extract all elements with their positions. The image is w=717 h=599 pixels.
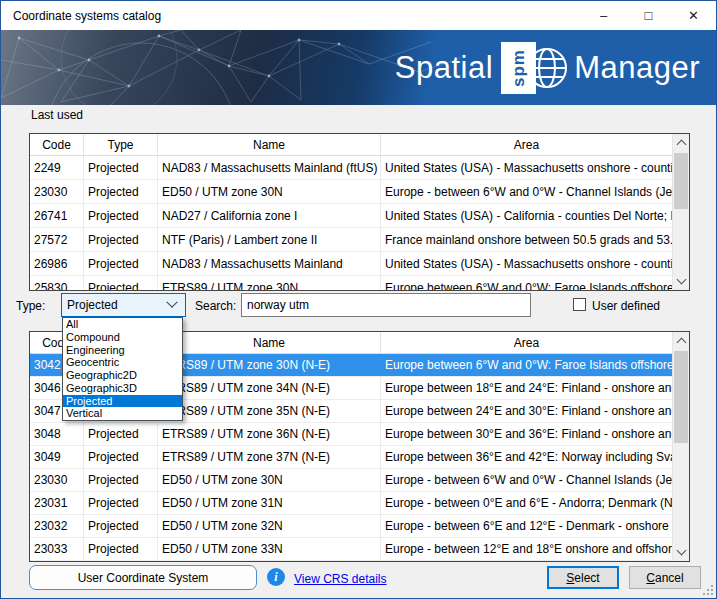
table-row[interactable]: 26741ProjectedNAD27 / California zone IU… — [30, 204, 672, 228]
table-row[interactable]: 27572ProjectedNTF (Paris) / Lambert zone… — [30, 228, 672, 252]
dropdown-option-vertical[interactable]: Vertical — [63, 407, 182, 420]
cell-area: Europe - between 12°E and 18°E onshore a… — [381, 538, 672, 560]
dropdown-option-projected[interactable]: Projected — [63, 395, 182, 408]
cell-type: Projected — [84, 538, 158, 560]
brand-banner: Spatial spm Manager — [1, 30, 716, 105]
cell-name: ED50 / UTM zone 32N — [158, 515, 381, 537]
dropdown-option-geographic3d[interactable]: Geographic3D — [63, 382, 182, 395]
cell-type: Projected — [84, 276, 158, 290]
network-globe-image — [1, 30, 461, 105]
cell-area: Europe between 24°E and 30°E: Finland - … — [381, 400, 672, 422]
cell-area: Europe - between 6°E and 12°E - Denmark … — [381, 515, 672, 537]
user-coordinate-system-button[interactable]: User Coordinate System — [29, 565, 257, 590]
table-row[interactable]: 23033ProjectedED50 / UTM zone 33NEurope … — [30, 538, 672, 561]
table-row[interactable]: 3048ProjectedETRS89 / UTM zone 36N (N-E)… — [30, 423, 672, 446]
maximize-icon[interactable]: □ — [626, 1, 671, 30]
cell-name: ETRS89 / UTM zone 35N (N-E) — [158, 400, 381, 422]
close-icon[interactable]: ✕ — [671, 1, 716, 30]
cell-type: Projected — [84, 446, 158, 468]
cell-area: Europe between 18°E and 24°E: Finland - … — [381, 377, 672, 399]
cell-type: Projected — [84, 228, 158, 251]
scroll-thumb[interactable] — [674, 153, 688, 209]
view-crs-details-link[interactable]: View CRS details — [294, 572, 386, 586]
cell-area: Europe - between 6°W and 0°W - Channel I… — [381, 180, 672, 203]
cell-type: Projected — [84, 156, 158, 179]
column-header-area[interactable]: Area — [381, 332, 672, 353]
table-row[interactable]: 25830ProjectedETRS89 / UTM zone 30NEurop… — [30, 276, 672, 290]
chevron-down-icon — [166, 297, 177, 308]
cell-code: 2249 — [30, 156, 84, 179]
cell-type: Projected — [84, 204, 158, 227]
column-header-type[interactable]: Type — [84, 134, 158, 155]
cancel-button[interactable]: Cancel — [629, 566, 701, 589]
dropdown-option-compound[interactable]: Compound — [63, 331, 182, 344]
globe-icon — [524, 45, 570, 91]
table-row[interactable]: 23032ProjectedED50 / UTM zone 32NEurope … — [30, 515, 672, 538]
type-dropdown[interactable]: Projected — [61, 293, 186, 317]
scroll-up-icon[interactable] — [673, 332, 689, 349]
scroll-up-icon[interactable] — [673, 134, 689, 151]
search-input[interactable] — [241, 293, 531, 317]
scroll-thumb[interactable] — [674, 351, 688, 443]
spatial-manager-logo: Spatial spm Manager — [395, 42, 700, 94]
dropdown-option-all[interactable]: All — [63, 318, 182, 331]
cell-code: 26741 — [30, 204, 84, 227]
table-row[interactable]: 23030ProjectedED50 / UTM zone 30NEurope … — [30, 469, 672, 492]
table-row[interactable]: 23030ProjectedED50 / UTM zone 30NEurope … — [30, 180, 672, 204]
table-row[interactable]: 2249ProjectedNAD83 / Massachusetts Mainl… — [30, 156, 672, 180]
cell-code: 3049 — [30, 446, 84, 468]
cell-area: France mainland onshore between 50.5 gra… — [381, 228, 672, 251]
cell-name: NAD83 / Massachusetts Mainland — [158, 252, 381, 275]
minimize-icon[interactable]: – — [581, 1, 626, 30]
dialog-window: Coordinate systems catalog – □ ✕ — [0, 0, 717, 599]
info-icon: i — [267, 568, 285, 586]
last-used-table-body: CodeTypeNameArea2249ProjectedNAD83 / Mas… — [30, 134, 672, 290]
select-button[interactable]: Select — [547, 566, 619, 589]
cell-type: Projected — [84, 252, 158, 275]
type-dropdown-list: AllCompoundEngineeringGeocentricGeograph… — [62, 317, 183, 421]
dropdown-option-geocentric[interactable]: Geocentric — [63, 356, 182, 369]
table-row[interactable]: 3049ProjectedETRS89 / UTM zone 37N (N-E)… — [30, 446, 672, 469]
cell-name: ETRS89 / UTM zone 34N (N-E) — [158, 377, 381, 399]
cell-name: ETRS89 / UTM zone 30N — [158, 276, 381, 290]
cell-name: NTF (Paris) / Lambert zone II — [158, 228, 381, 251]
cell-code: 3048 — [30, 423, 84, 445]
column-header-name[interactable]: Name — [158, 332, 381, 353]
cell-code: 23031 — [30, 492, 84, 514]
scroll-down-icon[interactable] — [673, 273, 689, 290]
column-header-name[interactable]: Name — [158, 134, 381, 155]
user-defined-checkbox[interactable] — [573, 298, 586, 311]
dropdown-option-engineering[interactable]: Engineering — [63, 344, 182, 357]
last-used-label: Last used — [31, 108, 83, 122]
cell-area: United States (USA) - Massachusetts onsh… — [381, 156, 672, 179]
search-label: Search: — [195, 299, 236, 313]
column-header-code[interactable]: Code — [30, 134, 84, 155]
user-defined-label: User defined — [592, 299, 660, 313]
cell-area: Europe between 6°W and 0°W: Faroe Island… — [381, 354, 672, 376]
cell-area: Europe - between 0°E and 6°E - Andorra; … — [381, 492, 672, 514]
table-row[interactable]: 23031ProjectedED50 / UTM zone 31NEurope … — [30, 492, 672, 515]
table-row[interactable]: 26986ProjectedNAD83 / Massachusetts Main… — [30, 252, 672, 276]
cell-area: Europe - between 6°W and 0°W - Channel I… — [381, 469, 672, 491]
cell-name: NAD83 / Massachusetts Mainland (ftUS) — [158, 156, 381, 179]
cell-type: Projected — [84, 469, 158, 491]
column-header-area[interactable]: Area — [381, 134, 672, 155]
resize-grip[interactable] — [703, 585, 713, 595]
dropdown-option-geographic2d[interactable]: Geographic2D — [63, 369, 182, 382]
scrollbar[interactable] — [672, 332, 689, 561]
cell-area: Europe between 36°E and 42°E: Norway inc… — [381, 446, 672, 468]
scroll-down-icon[interactable] — [673, 544, 689, 561]
scrollbar[interactable] — [672, 134, 689, 290]
window-title: Coordinate systems catalog — [13, 9, 161, 23]
cell-area: Europe between 30°E and 36°E: Finland - … — [381, 423, 672, 445]
cell-code: 23032 — [30, 515, 84, 537]
cell-area: United States (USA) - Massachusetts onsh… — [381, 252, 672, 275]
cell-type: Projected — [84, 492, 158, 514]
logo-word-spatial: Spatial — [395, 50, 493, 86]
cell-name: ETRS89 / UTM zone 37N (N-E) — [158, 446, 381, 468]
cell-code: 27572 — [30, 228, 84, 251]
table-header-row: CodeTypeNameArea — [30, 134, 672, 156]
cell-name: ETRS89 / UTM zone 36N (N-E) — [158, 423, 381, 445]
cell-name: ED50 / UTM zone 30N — [158, 469, 381, 491]
cell-code: 25830 — [30, 276, 84, 290]
